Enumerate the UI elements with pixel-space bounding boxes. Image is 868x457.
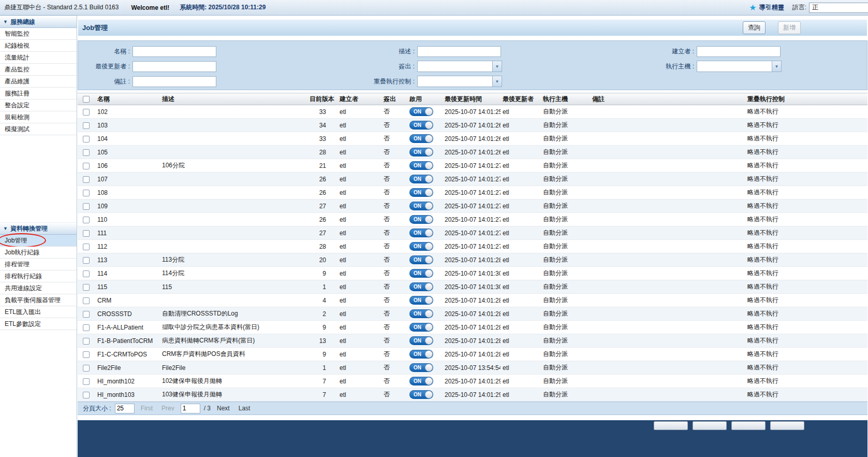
table-row[interactable]: 105 28 etl 否 ON 2025-10-07 14:01:26 etl …: [78, 146, 867, 159]
wizard-link[interactable]: 導引精靈: [759, 3, 784, 12]
row-checkbox[interactable]: [83, 297, 90, 304]
column-header[interactable]: 重疊執行控制: [745, 93, 867, 105]
table-row[interactable]: CRM 4 etl 否 ON 2025-10-07 14:01:28 etl 自…: [78, 294, 867, 307]
select-all-checkbox[interactable]: [83, 96, 90, 103]
enabled-toggle[interactable]: ON: [409, 350, 433, 359]
creator-input[interactable]: [697, 46, 781, 57]
table-row[interactable]: 109 27 etl 否 ON 2025-10-07 14:01:27 etl …: [78, 199, 867, 213]
table-row[interactable]: 102 33 etl 否 ON 2025-10-07 14:01:25 etl …: [78, 105, 867, 119]
enabled-toggle[interactable]: ON: [409, 188, 433, 197]
enabled-toggle[interactable]: ON: [409, 296, 433, 305]
updater-input[interactable]: [133, 61, 216, 72]
sidebar-item[interactable]: 共用連線設定: [0, 282, 77, 294]
enabled-toggle[interactable]: ON: [409, 228, 433, 237]
desc-input[interactable]: [417, 46, 501, 57]
enabled-toggle[interactable]: ON: [409, 215, 433, 224]
row-checkbox[interactable]: [83, 378, 90, 385]
row-checkbox[interactable]: [83, 270, 90, 277]
row-checkbox[interactable]: [83, 244, 90, 250]
sidebar-section-header[interactable]: ▼ 服務總線: [0, 16, 77, 28]
row-checkbox[interactable]: [83, 392, 90, 398]
footer-button[interactable]: [693, 421, 727, 430]
note-input[interactable]: [133, 76, 216, 87]
enabled-toggle[interactable]: ON: [409, 134, 433, 143]
enabled-toggle[interactable]: ON: [409, 107, 433, 116]
column-header[interactable]: 簽出: [381, 93, 407, 105]
column-header[interactable]: 最後更新者: [501, 93, 541, 105]
enabled-toggle[interactable]: ON: [409, 121, 433, 130]
sidebar-item[interactable]: 流量統計: [0, 52, 77, 64]
sidebar-section-header[interactable]: ▼ 資料轉換管理: [0, 222, 77, 235]
row-checkbox[interactable]: [83, 149, 90, 156]
checkout-select[interactable]: ▼: [417, 61, 502, 72]
column-header[interactable]: 名稱: [95, 93, 160, 105]
enabled-toggle[interactable]: ON: [409, 161, 433, 170]
table-row[interactable]: 104 33 etl 否 ON 2025-10-07 14:01:26 etl …: [78, 132, 867, 146]
table-row[interactable]: 108 26 etl 否 ON 2025-10-07 14:01:27 etl …: [78, 186, 867, 199]
row-checkbox[interactable]: [83, 311, 90, 318]
enabled-toggle[interactable]: ON: [409, 148, 433, 156]
sidebar-item[interactable]: 排程執行紀錄: [0, 270, 77, 282]
table-row[interactable]: 114 114分院 9 etl 否 ON 2025-10-07 14:01:30…: [78, 267, 867, 280]
enabled-toggle[interactable]: ON: [409, 269, 433, 278]
column-header[interactable]: 最後更新時間: [443, 93, 501, 105]
row-checkbox[interactable]: [83, 136, 90, 142]
sidebar-item[interactable]: 排程管理: [0, 259, 77, 270]
page-size-input[interactable]: [115, 404, 135, 413]
enabled-toggle[interactable]: ON: [409, 202, 433, 210]
sidebar-item[interactable]: 紀錄檢視: [0, 40, 77, 52]
table-row[interactable]: 106 106分院 21 etl 否 ON 2025-10-07 14:01:2…: [78, 159, 867, 173]
sidebar-item[interactable]: Job執行紀錄: [0, 247, 77, 259]
enabled-toggle[interactable]: ON: [409, 377, 433, 385]
enabled-toggle[interactable]: ON: [409, 282, 433, 291]
sidebar-item[interactable]: 智能監控: [0, 28, 77, 40]
table-row[interactable]: F1-C-CRMToPOS CRM客戶資料拋POS會員資料 9 etl 否 ON…: [78, 348, 867, 361]
enabled-toggle[interactable]: ON: [409, 336, 433, 345]
sidebar-item[interactable]: 規範檢測: [0, 111, 77, 123]
table-row[interactable]: 111 27 etl 否 ON 2025-10-07 14:01:27 etl …: [78, 226, 867, 240]
table-row[interactable]: F1-A-ALLPatient 擷取中診分院之病患基本資料(當日) 9 etl …: [78, 321, 867, 334]
sidebar-item[interactable]: 服務註冊: [0, 88, 77, 99]
footer-button[interactable]: [770, 421, 804, 430]
column-header[interactable]: 建立者: [337, 93, 381, 105]
column-header[interactable]: 目前版本: [307, 93, 337, 105]
enabled-toggle[interactable]: ON: [409, 323, 433, 332]
next-page-button[interactable]: Next: [214, 404, 232, 413]
row-checkbox[interactable]: [83, 257, 90, 264]
query-button[interactable]: 查詢: [743, 21, 766, 34]
table-row[interactable]: 113 113分院 20 etl 否 ON 2025-10-07 14:01:2…: [78, 253, 867, 267]
column-header[interactable]: 描述: [160, 93, 307, 105]
row-checkbox[interactable]: [83, 163, 90, 169]
enabled-toggle[interactable]: ON: [409, 309, 433, 318]
table-row[interactable]: 103 34 etl 否 ON 2025-10-07 14:01:26 etl …: [78, 119, 867, 132]
column-header[interactable]: 啟用: [407, 93, 443, 105]
footer-button[interactable]: [654, 421, 688, 430]
row-checkbox[interactable]: [83, 284, 90, 291]
row-checkbox[interactable]: [83, 122, 90, 129]
language-select[interactable]: 正: [809, 3, 868, 13]
sidebar-item[interactable]: 模擬測試: [0, 123, 77, 135]
name-input[interactable]: [133, 46, 216, 57]
sidebar-item[interactable]: 產品維護: [0, 76, 77, 88]
first-page-button[interactable]: First: [138, 404, 155, 413]
table-row[interactable]: F1-B-PatientToCRM 病患資料拋轉CRM客戶資料(當日) 13 e…: [78, 334, 867, 348]
sidebar-item[interactable]: ETL參數設定: [0, 318, 77, 330]
sidebar-item[interactable]: Job管理: [0, 235, 77, 247]
sidebar-item[interactable]: 負載平衡伺服器管理: [0, 294, 77, 306]
row-checkbox[interactable]: [83, 190, 90, 196]
add-button[interactable]: 新增: [778, 21, 801, 34]
column-header[interactable]: 執行主機: [541, 93, 590, 105]
page-number-input[interactable]: [181, 404, 200, 413]
row-checkbox[interactable]: [83, 217, 90, 223]
row-checkbox[interactable]: [83, 203, 90, 210]
prev-page-button[interactable]: Prev: [159, 404, 177, 413]
host-select[interactable]: ▼: [697, 61, 782, 72]
overlap-select[interactable]: ▼: [417, 76, 502, 87]
footer-button[interactable]: [731, 421, 766, 430]
table-row[interactable]: HI_month102 102健保申報後月拋轉 7 etl 否 ON 2025-…: [78, 375, 867, 388]
last-page-button[interactable]: Last: [236, 404, 253, 413]
row-checkbox[interactable]: [83, 365, 90, 372]
table-row[interactable]: CROSSSTD 自動清理CROSSSTD的Log 2 etl 否 ON 202…: [78, 307, 867, 321]
enabled-toggle[interactable]: ON: [409, 255, 433, 264]
table-row[interactable]: 115 115 1 etl 否 ON 2025-10-07 14:01:30 e…: [78, 280, 867, 294]
